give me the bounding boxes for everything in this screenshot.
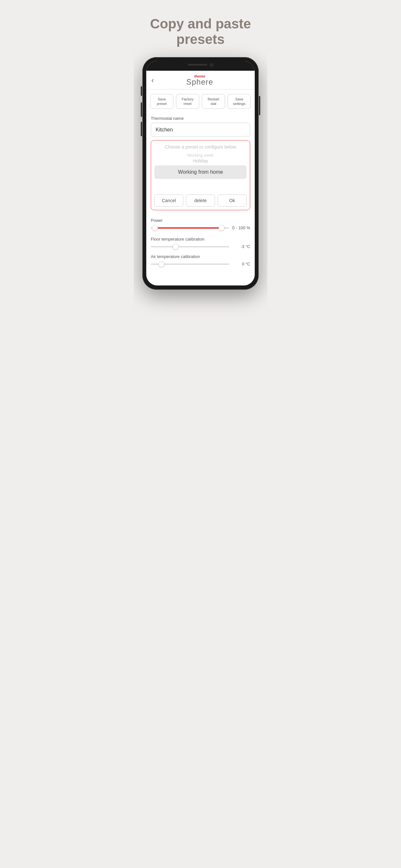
side-button-right xyxy=(259,96,260,115)
preset-dropdown[interactable]: Choose a preset or configure below Worki… xyxy=(151,140,250,210)
side-button-left-2 xyxy=(141,102,142,117)
preset-spacer xyxy=(151,182,250,192)
floor-temp-thumb[interactable] xyxy=(173,244,179,250)
power-thumb-left[interactable] xyxy=(152,225,158,231)
preset-delete-button[interactable]: delete xyxy=(186,194,215,207)
thermostat-name-label: Thermostat name xyxy=(151,116,250,121)
back-button[interactable]: ‹ xyxy=(151,76,154,85)
preset-placeholder: Choose a preset or configure below xyxy=(151,144,250,153)
page-title: Copy and paste presets xyxy=(141,0,261,57)
side-button-left-1 xyxy=(141,86,142,96)
app-header: ‹ thermo Sphere xyxy=(146,71,255,89)
notch-area xyxy=(146,61,255,71)
logo-area: thermo Sphere xyxy=(156,74,243,87)
save-preset-button[interactable]: Savepreset xyxy=(150,94,174,109)
floor-temp-section: Floor temperature calibration -3 °C xyxy=(146,233,255,252)
preset-option-holiday[interactable]: Holiday xyxy=(151,158,250,163)
logo-sphere: Sphere xyxy=(186,78,213,86)
floor-temp-slider-track[interactable] xyxy=(151,246,229,247)
floor-temp-slider-row: -3 °C xyxy=(151,244,250,249)
preset-option-working-week[interactable]: Working week xyxy=(151,153,250,158)
notch-bar xyxy=(188,64,207,66)
notch xyxy=(181,61,220,69)
power-slider-row: 0 - 100 % xyxy=(151,225,250,230)
preset-action-buttons: Cancel delete Ok xyxy=(151,192,250,210)
air-temp-label: Air temperature calibration xyxy=(151,254,250,259)
power-section: Power 0 - 100 % xyxy=(146,214,255,233)
preset-cancel-button[interactable]: Cancel xyxy=(154,194,183,207)
factory-reset-button[interactable]: Factoryreset xyxy=(176,94,199,109)
power-label: Power xyxy=(151,218,250,223)
preset-ok-button[interactable]: Ok xyxy=(218,194,247,207)
air-temp-section: Air temperature calibration 0 °C xyxy=(146,252,255,270)
preset-selected-item[interactable]: Working from home xyxy=(154,165,247,179)
action-buttons-row: Savepreset Factoryreset Restartstat Save… xyxy=(146,89,255,114)
power-value: 0 - 100 % xyxy=(232,225,250,230)
air-temp-slider-track[interactable] xyxy=(151,264,229,265)
restart-stat-button[interactable]: Restartstat xyxy=(202,94,225,109)
air-temp-thumb[interactable] xyxy=(158,261,164,267)
power-thumb-right[interactable] xyxy=(219,225,224,231)
side-button-left-3 xyxy=(141,122,142,136)
form-section: Thermostat name Choose a preset or confi… xyxy=(146,113,255,210)
notch-camera xyxy=(210,63,213,66)
phone-mockup: ‹ thermo Sphere Savepreset Factoryreset … xyxy=(143,57,258,290)
floor-temp-value: -3 °C xyxy=(233,244,250,249)
thermostat-name-input[interactable] xyxy=(151,123,250,137)
save-settings-button[interactable]: Savesettings xyxy=(227,94,251,109)
air-temp-slider-row: 0 °C xyxy=(151,261,250,267)
air-temp-value: 0 °C xyxy=(233,261,250,267)
floor-temp-label: Floor temperature calibration xyxy=(151,237,250,242)
power-slider-track[interactable] xyxy=(151,227,229,228)
